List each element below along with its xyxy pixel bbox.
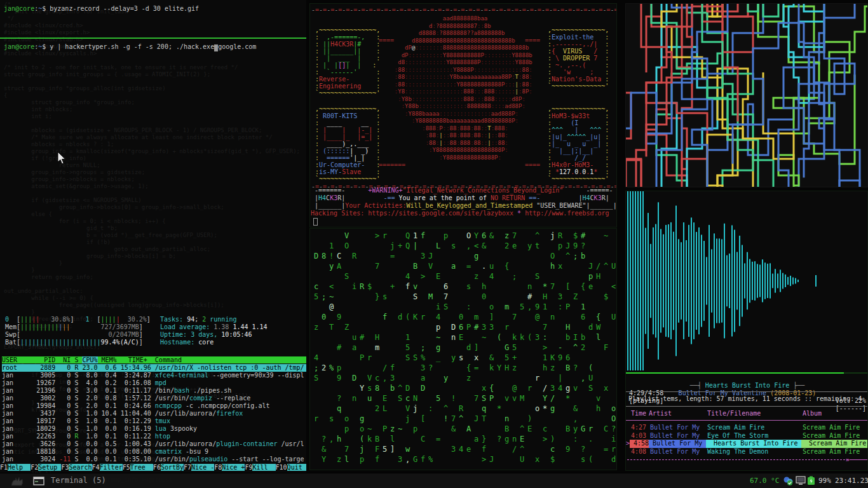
ncmpcpp-player-window[interactable]: ──┤ Hearts Burst Into Fire ├── 4:29/4:58…: [625, 191, 868, 471]
htop-info: Tasks: 94; 2 runningLoad average: 1.38 1…: [160, 316, 268, 346]
ascii-skull: aad8888888baa d:?88888888887::8b d8888:?…: [388, 15, 532, 161]
fnkey-tree[interactable]: F5Tree: [123, 464, 153, 471]
ascii-connector: ====: [525, 37, 540, 44]
battery-percentage: 99%: [818, 477, 831, 485]
hacker-ascii-art-window[interactable]: -=-=-=-=-=-=-=-=-=-=-=-=-=-=-=-=-=-=-=-=…: [309, 3, 617, 227]
player-status-row-2: Bullet For My Valentine (2008-01-23) [pl…: [626, 382, 868, 390]
playlist: 4:27Bullet For MyScream Aim FireScream A…: [626, 424, 868, 456]
process-row[interactable]: jan 19984 0 S 2.0 0.1 0:24.66 ncmpcpp -c…: [2, 402, 306, 410]
cmatrix-window[interactable]: V>rQ1fpOY6&z7^jR$#~1Oj+Q|Ls,<&2eytpJ9?D8…: [309, 228, 617, 470]
pipes-drawing: [626, 4, 868, 187]
process-row[interactable]: jan 3626 0 S 0.0 0.5 1:00.43 /usr/lib/au…: [2, 440, 306, 448]
separator-tail: [851, 459, 867, 460]
player-status-row-1: ──┤ Hearts Burst Into Fire ├── 4:29/4:58…: [626, 374, 868, 382]
taskbar-window-button[interactable]: Terminal (5): [51, 476, 106, 485]
fnkey-search[interactable]: F3Search: [61, 464, 92, 471]
terminal-left-window[interactable]: /* * Init the group_info for init_task *…: [0, 0, 306, 488]
warning-banner: -======- +WARNING+"Illegal_Network_Conne…: [311, 187, 617, 217]
process-row[interactable]: jan 19267 0 S 4.0 0.2 0:16.08 mpd: [2, 379, 306, 387]
process-row[interactable]: jan 3002 0 S 2.0 0.8 1:57.12 /usr/bin/co…: [2, 395, 306, 402]
clock[interactable]: 23:41.23: [835, 477, 868, 485]
chevron-icon: »: [845, 456, 850, 464]
playlist-summary: Playlist tems, length: 57 minutes, 11 se…: [628, 395, 862, 403]
playlist-column-header[interactable]: Time Artist Title/Filename Album: [626, 410, 868, 417]
terminal-cursor: [313, 218, 318, 226]
ascii-connector: =======: [379, 161, 405, 168]
fnkey-sortby[interactable]: F6SortBy: [153, 464, 184, 471]
process-row[interactable]: jan 3437 0 S 1.0 10.4 11:04.40 /usr/lib/…: [2, 410, 306, 417]
cpu-temperature: 67.0 °C: [750, 477, 779, 485]
pipes-screensaver-window[interactable]: [625, 3, 868, 187]
h4ck3r-logo-box: ,~~~~~~~~~~~~~~~,: ,-======-, :: ||H4CK3…: [315, 27, 380, 97]
process-row[interactable]: jan 22263 0 R 1.0 0.1 0:11.22 htop: [2, 433, 306, 440]
htop-process-list: root 2889 0 R 23.0 0.6 15:34.96 /usr/bin…: [2, 364, 306, 463]
htop-function-key-bar: F1Help F2Setup F3SearchF4FilterF5Tree F6…: [0, 464, 306, 471]
mouse-cursor: [57, 151, 67, 165]
playlist-row[interactable]: 4:27Bullet For MyScream Aim FireScream A…: [626, 424, 868, 432]
playlist-row[interactable]: > 4:58 Bullet For My Hearts Burst Into F…: [626, 440, 868, 448]
network-tray-icon[interactable]: [783, 476, 794, 486]
separator-line-magenta: [626, 420, 868, 421]
fnkey-quit[interactable]: F10Quit: [276, 464, 306, 471]
col-album[interactable]: Album: [803, 410, 822, 417]
shell-prompt-hackertyper: jan@core:~$ y | hackertyper.sh -g -f -s …: [4, 43, 256, 51]
display-tray-icon[interactable]: [796, 476, 806, 486]
ascii-border-top: -=-=-=-=-=-=-=-=-=-=-=-=-=-=-=-=-=-=-=-=…: [311, 6, 617, 14]
pane-divider[interactable]: [0, 37, 306, 39]
fnkey-kill[interactable]: F9Kill: [245, 464, 275, 471]
ascii-connector: ====: [525, 161, 540, 168]
htop-column-header[interactable]: USER PID NI S CPU% MEM% TIME+ Command: [2, 356, 306, 364]
panel-menu-icon[interactable]: [10, 477, 24, 487]
home-sweet-box: ,~~~~~~~~~~~~~~,:HoM3-$w33t :: (I ::^^^ …: [548, 105, 609, 182]
battery-tray-icon[interactable]: [807, 476, 817, 486]
audio-visualizer: [626, 191, 868, 370]
virus-dropper-box: ,~~~~~~~~~~~~~~,:Exploit-the ::.-------,…: [548, 27, 609, 90]
playlist-row[interactable]: 4:03Bullet For MyEye Of The StormScream …: [626, 432, 868, 440]
col-artist[interactable]: Artist: [649, 410, 672, 417]
process-row[interactable]: jan 18917 0 S 1.0 0.1 0:12.29 tmux: [2, 417, 306, 425]
fnkey-nice +[interactable]: F8Nice +: [214, 464, 245, 471]
fnkey-nice -[interactable]: F7Nice -: [184, 464, 214, 471]
process-row[interactable]: jan 3024 -11 S 0.0 0.1 0:35.10 /usr/bin/…: [2, 456, 306, 463]
song-progress-fill: [626, 372, 844, 374]
separator-line: [626, 406, 868, 407]
process-row[interactable]: jan 18029 0 S 1.0 0.0 0:16.19 lua 3spook…: [2, 425, 306, 433]
ascii-connector: ====: [379, 37, 394, 44]
process-row[interactable]: jan 18818 0 S 0.0 0.0 0:08.00 cmatrix -b…: [2, 448, 306, 456]
process-row[interactable]: root 2889 0 R 23.0 0.6 15:34.96 /usr/bin…: [2, 364, 306, 372]
playlist-end-separator: »: [627, 459, 867, 460]
playlist-row[interactable]: 4:08Bullet For MyWaking The DemonScream …: [626, 448, 868, 456]
fnkey-setup[interactable]: F2Setup: [31, 464, 61, 471]
col-title[interactable]: Title/Filename: [707, 410, 761, 417]
rootkits-box: ,~~~~~~~~~~~~~~~,: R00T-KITS :: ____ __ …: [315, 105, 380, 182]
process-row[interactable]: jan 3005 0 S 8.0 0.4 3:24.87 xfce4-termi…: [2, 372, 306, 379]
htop-meters: 0 [||||| 30.8%] 1 [||||| 30.2%]Mem[|||||…: [5, 316, 151, 346]
terminal-window-icon[interactable]: [33, 477, 44, 485]
separator-line: [626, 391, 868, 392]
shell-prompt-record: jan@core:~$ byzanz-record --delay=3 -d 3…: [4, 5, 199, 13]
fnkey-filter[interactable]: F4Filter: [92, 464, 123, 471]
process-row[interactable]: jan 21396 0 S 3.0 0.1 0:11.17 /bin/bash …: [2, 387, 306, 395]
song-progress-bar[interactable]: [626, 372, 868, 374]
col-time[interactable]: Time: [631, 410, 646, 417]
fnkey-help[interactable]: F1Help: [0, 464, 31, 471]
taskbar[interactable]: Terminal (5) 67.0 °C 99% 23:41.23: [0, 473, 868, 488]
